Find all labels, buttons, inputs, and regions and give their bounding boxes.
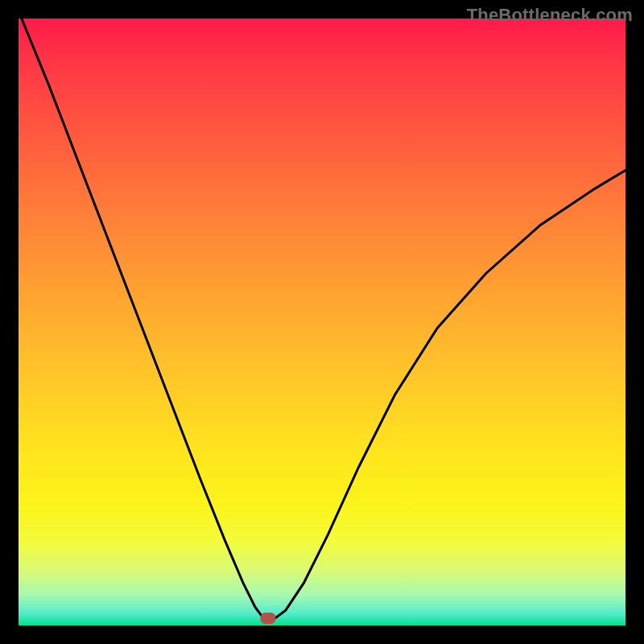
optimal-point-marker	[260, 613, 275, 624]
chart-stage: TheBottleneck.com	[0, 0, 644, 644]
bottleneck-curve	[19, 19, 625, 625]
plot-area	[19, 19, 625, 625]
curve-path	[22, 19, 625, 620]
watermark-text: TheBottleneck.com	[467, 5, 633, 26]
